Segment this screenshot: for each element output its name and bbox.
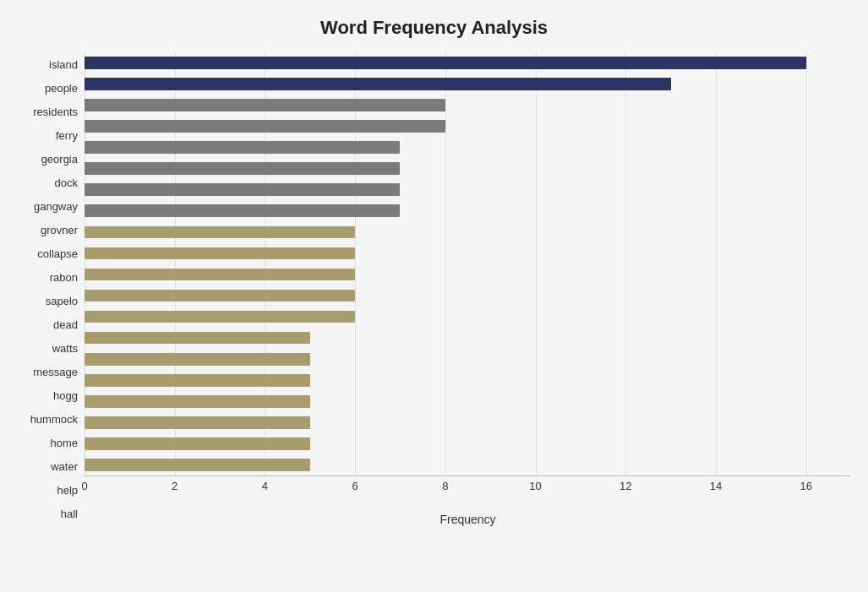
bar-row	[85, 116, 851, 137]
y-label: watts	[52, 343, 78, 354]
bar	[85, 459, 310, 471]
y-label: hall	[61, 508, 78, 519]
y-label: hogg	[53, 390, 78, 401]
bar	[85, 353, 310, 366]
bar	[85, 269, 355, 281]
x-tick: 6	[352, 480, 358, 492]
bar-row	[85, 391, 851, 412]
bar	[85, 57, 806, 69]
x-axis: 0246810121416	[85, 475, 851, 509]
bar-row	[85, 328, 851, 349]
bar-row	[85, 179, 851, 200]
bar	[85, 247, 355, 260]
x-tick: 2	[172, 480, 177, 492]
bar	[85, 437, 310, 450]
bar-row	[85, 370, 851, 391]
bar	[85, 290, 355, 302]
bar-row	[85, 412, 851, 433]
y-label: home	[50, 437, 78, 448]
chart-area: islandpeopleresidentsferrygeorgiadockgan…	[17, 52, 851, 526]
bar	[85, 332, 310, 345]
y-label: collapse	[37, 248, 78, 259]
x-axis-label: Frequency	[85, 513, 851, 526]
bars-area	[85, 52, 851, 475]
y-label: message	[33, 367, 78, 377]
bar	[85, 162, 400, 175]
bar-row	[85, 73, 851, 95]
bar	[85, 141, 400, 154]
x-tick: 16	[800, 480, 811, 492]
bar-row	[85, 433, 851, 454]
y-label: georgia	[41, 154, 78, 165]
bar-row	[85, 200, 851, 221]
y-label: water	[51, 461, 78, 472]
x-tick: 10	[529, 480, 541, 492]
y-label: dead	[53, 319, 78, 330]
y-label: hummock	[30, 414, 78, 425]
y-label: gangway	[34, 201, 78, 212]
x-tick: 4	[262, 480, 268, 492]
bar	[85, 374, 310, 387]
bar	[85, 204, 400, 217]
y-label: residents	[33, 106, 78, 117]
bar-row	[85, 454, 851, 475]
y-label: dock	[55, 177, 78, 188]
y-label: sapelo	[46, 296, 78, 307]
bar	[85, 226, 355, 239]
y-label: island	[49, 59, 78, 70]
bar	[85, 416, 310, 429]
y-label: rabon	[50, 272, 78, 283]
bar-row	[85, 242, 851, 263]
x-tick: 14	[710, 480, 722, 492]
bar-row	[85, 263, 851, 285]
bars-and-x: 0246810121416 Frequency	[85, 52, 851, 526]
x-tick: 8	[442, 480, 448, 492]
bar	[85, 99, 445, 111]
bar-row	[85, 349, 851, 370]
y-label: grovner	[41, 225, 78, 236]
bar	[85, 183, 400, 196]
chart-container: Word Frequency Analysis islandpeopleresi…	[0, 0, 868, 592]
bar	[85, 78, 671, 90]
y-label: help	[57, 485, 78, 496]
bar-row	[85, 285, 851, 307]
bar	[85, 311, 355, 323]
bar-row	[85, 137, 851, 158]
x-tick: 12	[620, 480, 631, 492]
x-tick: 0	[81, 480, 87, 492]
bar-row	[85, 307, 851, 328]
bar	[85, 120, 445, 133]
bar-row	[85, 158, 851, 179]
bar-row	[85, 221, 851, 242]
chart-title: Word Frequency Analysis	[17, 17, 851, 39]
bar-row	[85, 95, 851, 116]
y-label: people	[45, 83, 78, 94]
bar-row	[85, 52, 851, 73]
bar	[85, 395, 310, 408]
y-label: ferry	[56, 130, 78, 141]
bars-list	[85, 52, 851, 475]
y-labels: islandpeopleresidentsferrygeorgiadockgan…	[17, 52, 85, 526]
